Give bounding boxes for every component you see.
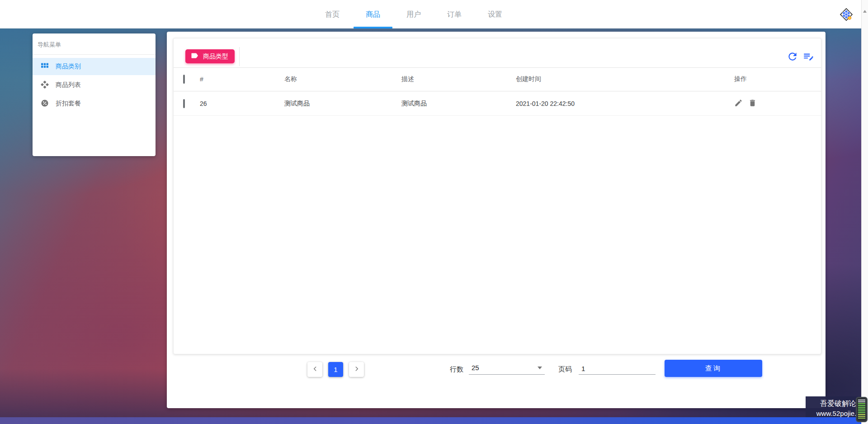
active-tab-underline <box>354 27 392 29</box>
rows-per-page-value: 25 <box>472 364 479 372</box>
page-number-field <box>579 360 656 375</box>
scrollbar[interactable] <box>861 0 868 424</box>
page-number-label: 页码 <box>558 365 572 374</box>
tab-orders[interactable]: 订单 <box>434 0 475 29</box>
column-header-actions: 操作 <box>734 75 747 83</box>
tab-label: 用户 <box>406 10 421 18</box>
top-nav-bar: 首页 商品 用户 订单 设置 <box>0 0 868 29</box>
toolbar-divider <box>239 47 240 66</box>
tab-label: 订单 <box>447 10 462 18</box>
table-row: 26 测试商品 测试商品 2021-01-20 22:42:50 <box>174 91 821 116</box>
app-logo-icon[interactable] <box>838 6 855 23</box>
rows-per-page-label: 行数 <box>450 365 463 374</box>
prev-page-button[interactable] <box>307 362 322 377</box>
row-checkbox[interactable] <box>183 99 185 108</box>
delete-icon[interactable] <box>748 99 757 107</box>
sidebar-item-product-list[interactable]: 商品列表 <box>33 76 156 94</box>
widgets-icon <box>41 81 49 90</box>
caret-down-icon <box>538 367 542 369</box>
row-description: 测试商品 <box>401 100 427 108</box>
tab-settings[interactable]: 设置 <box>475 0 515 29</box>
sidebar-item-product-category[interactable]: 商品类别 <box>33 58 156 75</box>
column-header-id: # <box>200 76 203 83</box>
edit-icon[interactable] <box>734 99 743 107</box>
screen: 首页 商品 用户 订单 设置 导航菜单 <box>0 0 868 424</box>
label-tag-icon <box>191 52 199 61</box>
select-all-checkbox[interactable] <box>183 75 185 84</box>
tab-products[interactable]: 商品 <box>353 0 393 29</box>
equalizer-widget[interactable] <box>856 397 868 422</box>
column-header-created: 创建时间 <box>516 75 541 83</box>
refresh-icon[interactable] <box>787 51 798 62</box>
table-card: 商品类型 # 名称 描述 创建时间 <box>173 38 821 354</box>
tab-home[interactable]: 首页 <box>312 0 353 29</box>
sidebar-item-label: 商品类别 <box>56 62 81 71</box>
page-number-button[interactable]: 1 <box>328 362 343 377</box>
sidebar: 导航菜单 商品类别 <box>33 33 156 156</box>
main-nav: 首页 商品 用户 订单 设置 <box>312 0 515 29</box>
row-id: 26 <box>200 100 207 107</box>
equalizer-stripes-icon <box>858 400 865 419</box>
filter-edit-icon[interactable] <box>802 51 814 62</box>
column-header-name: 名称 <box>284 75 297 83</box>
watermark-line1: 吾爱破解论坛 <box>806 399 863 409</box>
page-number-input[interactable] <box>581 365 649 372</box>
rows-per-page-select[interactable]: 25 <box>469 360 545 375</box>
grid-icon <box>41 62 49 71</box>
scroll-up-arrow-icon[interactable] <box>863 10 867 13</box>
chevron-right-icon <box>354 366 360 373</box>
product-type-button[interactable]: 商品类型 <box>185 49 235 63</box>
watermark-line2: www.52pojie.cn <box>806 410 863 417</box>
next-page-button[interactable] <box>349 362 364 377</box>
sidebar-item-label: 商品列表 <box>56 81 81 89</box>
query-button[interactable]: 查询 <box>665 360 762 377</box>
bottom-strip <box>0 417 868 424</box>
table-header-row: # 名称 描述 创建时间 操作 <box>174 67 821 91</box>
sidebar-item-discount-package[interactable]: 折扣套餐 <box>33 95 156 112</box>
product-type-button-label: 商品类型 <box>203 52 228 61</box>
tab-label: 设置 <box>488 10 502 18</box>
main-content-card: 商品类型 # 名称 描述 创建时间 <box>167 32 826 408</box>
row-name: 测试商品 <box>284 100 310 108</box>
chevron-left-icon <box>312 366 318 373</box>
sidebar-item-label: 折扣套餐 <box>56 100 81 108</box>
sidebar-list: 商品类别 商品列表 <box>33 55 156 112</box>
tab-label: 首页 <box>325 10 340 18</box>
sidebar-title: 导航菜单 <box>33 33 156 55</box>
tab-label: 商品 <box>366 10 380 18</box>
row-created-at: 2021-01-20 22:42:50 <box>516 100 575 107</box>
column-header-description: 描述 <box>401 75 414 83</box>
discount-icon <box>41 99 49 109</box>
tab-users[interactable]: 用户 <box>393 0 434 29</box>
